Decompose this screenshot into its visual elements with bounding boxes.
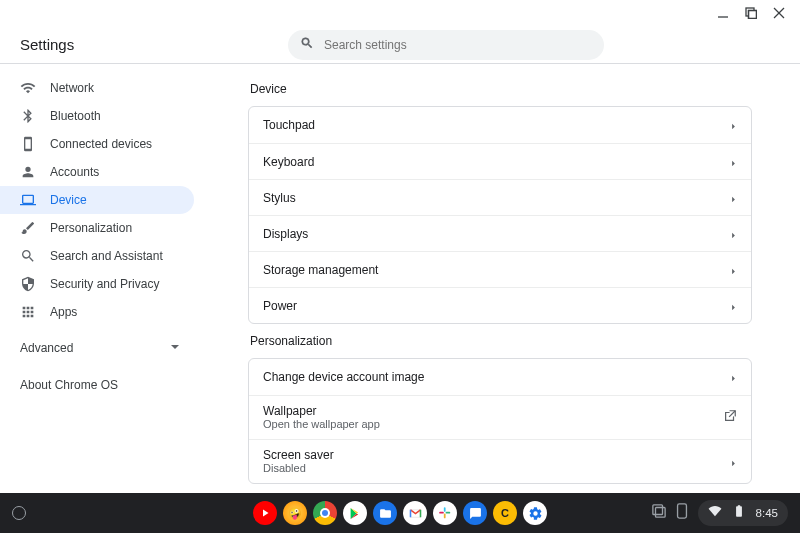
app-files-icon[interactable]: [373, 501, 397, 525]
row-label: Change device account image: [263, 370, 730, 384]
app-play-store-icon[interactable]: [343, 501, 367, 525]
sidebar-item-label: Network: [50, 81, 94, 95]
chevron-right-icon: [730, 189, 737, 207]
sidebar-item-personalization[interactable]: Personalization: [0, 214, 194, 242]
row-label: Power: [263, 299, 730, 313]
shelf-overview-icon[interactable]: [652, 504, 666, 522]
chevron-right-icon: [730, 297, 737, 315]
search-icon: [300, 36, 314, 54]
sidebar-item-security[interactable]: Security and Privacy: [0, 270, 194, 298]
person-icon: [20, 164, 36, 180]
sidebar-item-label: Apps: [50, 305, 77, 319]
search-icon: [20, 248, 36, 264]
wifi-status-icon: [708, 504, 722, 522]
app-chrome-icon[interactable]: [313, 501, 337, 525]
row-displays[interactable]: Displays: [249, 215, 751, 251]
sidebar-item-bluetooth[interactable]: Bluetooth: [0, 102, 194, 130]
row-power[interactable]: Power: [249, 287, 751, 323]
maximize-icon[interactable]: [744, 6, 758, 20]
app-youtube-icon[interactable]: [253, 501, 277, 525]
sidebar-item-accounts[interactable]: Accounts: [0, 158, 194, 186]
laptop-icon: [20, 192, 36, 208]
row-label: Wallpaper: [263, 404, 723, 418]
app-emoji-icon[interactable]: 🤪: [283, 501, 307, 525]
svg-line-6: [729, 410, 735, 416]
section-header-personalization: Personalization: [250, 334, 752, 348]
sidebar: Network Bluetooth Connected devices Acco…: [0, 64, 200, 493]
personalization-card: Change device account image WallpaperOpe…: [248, 358, 752, 484]
svg-rect-13: [677, 504, 686, 518]
row-wallpaper[interactable]: WallpaperOpen the wallpaper app: [249, 395, 751, 439]
shelf: 🤪 C 8:45: [0, 493, 800, 533]
row-screen-saver[interactable]: Screen saverDisabled: [249, 439, 751, 483]
topbar: Settings: [0, 26, 800, 64]
launcher-button[interactable]: [12, 506, 26, 520]
phone-icon: [20, 136, 36, 152]
row-stylus[interactable]: Stylus: [249, 179, 751, 215]
app-gmail-icon[interactable]: [403, 501, 427, 525]
shelf-apps: 🤪 C: [253, 501, 547, 525]
chevron-right-icon: [730, 368, 737, 386]
external-link-icon: [723, 409, 737, 427]
svg-rect-12: [655, 508, 665, 518]
row-keyboard[interactable]: Keyboard: [249, 143, 751, 179]
chevron-right-icon: [730, 116, 737, 134]
svg-rect-2: [749, 11, 757, 19]
row-label: Displays: [263, 227, 730, 241]
sidebar-item-apps[interactable]: Apps: [0, 298, 194, 326]
svg-rect-7: [444, 507, 446, 512]
sidebar-item-label: Personalization: [50, 221, 132, 235]
chevron-right-icon: [730, 225, 737, 243]
shield-icon: [20, 276, 36, 292]
row-label: Touchpad: [263, 118, 730, 132]
shelf-phone-icon[interactable]: [676, 503, 688, 523]
advanced-label: Advanced: [20, 341, 73, 355]
page-title: Settings: [0, 36, 200, 53]
sidebar-item-connected-devices[interactable]: Connected devices: [0, 130, 194, 158]
search-box[interactable]: [288, 30, 604, 60]
row-sublabel: Disabled: [263, 462, 730, 475]
row-label: Stylus: [263, 191, 730, 205]
app-c-icon[interactable]: C: [493, 501, 517, 525]
status-tray[interactable]: 8:45: [698, 500, 788, 526]
battery-status-icon: [732, 504, 746, 522]
wifi-icon: [20, 80, 36, 96]
sidebar-item-advanced[interactable]: Advanced: [0, 332, 200, 364]
section-header-device: Device: [250, 82, 752, 96]
svg-rect-9: [444, 514, 446, 519]
sidebar-item-label: Accounts: [50, 165, 99, 179]
svg-rect-10: [439, 512, 444, 514]
row-label: Keyboard: [263, 155, 730, 169]
search-input[interactable]: [324, 38, 592, 52]
row-label: Screen saver: [263, 448, 730, 462]
row-touchpad[interactable]: Touchpad: [249, 107, 751, 143]
minimize-icon[interactable]: [716, 6, 730, 20]
sidebar-item-network[interactable]: Network: [0, 74, 194, 102]
app-slack-icon[interactable]: [433, 501, 457, 525]
row-sublabel: Open the wallpaper app: [263, 418, 723, 431]
clock: 8:45: [756, 507, 778, 519]
sidebar-item-search-assistant[interactable]: Search and Assistant: [0, 242, 194, 270]
svg-rect-11: [652, 505, 662, 515]
chevron-right-icon: [730, 261, 737, 279]
brush-icon: [20, 220, 36, 236]
sidebar-item-label: Device: [50, 193, 87, 207]
app-messages-icon[interactable]: [463, 501, 487, 525]
app-settings-icon[interactable]: [523, 501, 547, 525]
chevron-down-icon: [170, 341, 180, 355]
sidebar-item-label: Security and Privacy: [50, 277, 159, 291]
sidebar-item-label: Search and Assistant: [50, 249, 163, 263]
row-change-account-image[interactable]: Change device account image: [249, 359, 751, 395]
sidebar-item-device[interactable]: Device: [0, 186, 194, 214]
chevron-right-icon: [730, 453, 737, 471]
device-card: Touchpad Keyboard Stylus Displays Storag…: [248, 106, 752, 324]
chevron-right-icon: [730, 153, 737, 171]
sidebar-item-about[interactable]: About Chrome OS: [0, 378, 200, 392]
close-icon[interactable]: [772, 6, 786, 20]
sidebar-item-label: Connected devices: [50, 137, 152, 151]
bluetooth-icon: [20, 108, 36, 124]
sidebar-item-label: Bluetooth: [50, 109, 101, 123]
row-label: Storage management: [263, 263, 730, 277]
row-storage[interactable]: Storage management: [249, 251, 751, 287]
apps-icon: [20, 304, 36, 320]
